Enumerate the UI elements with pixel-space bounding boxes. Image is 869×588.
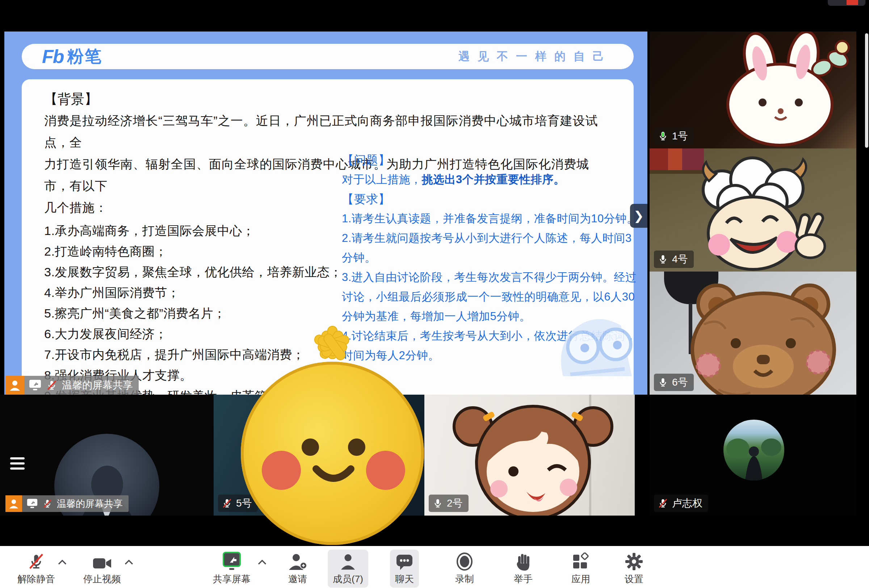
- participant-name: 卢志权: [672, 496, 703, 510]
- record-button[interactable]: 录制: [450, 549, 479, 588]
- list-icon: [10, 457, 25, 459]
- video-tile-p2[interactable]: 2号: [424, 395, 635, 515]
- settings-button[interactable]: 设置: [620, 549, 648, 588]
- mic-icon: [657, 377, 669, 388]
- invite-person-icon: [288, 553, 307, 571]
- list-icon: [10, 462, 25, 465]
- sun-face-features: [241, 362, 424, 545]
- requirement-line: 3.进入自由讨论阶段，考生每次发言不得少于两分钟。经过: [342, 268, 632, 287]
- lu-camera-photo: [724, 420, 784, 480]
- record-label: 录制: [455, 573, 474, 585]
- park-photo: [724, 420, 784, 480]
- participant-label: 卢志权: [654, 495, 708, 512]
- raise-hand-button[interactable]: 举手: [509, 549, 538, 588]
- sharer-tile-label: 温馨的屏幕共享: [6, 495, 129, 512]
- girl-avatar: [442, 396, 623, 515]
- participant-label: 4号: [654, 250, 694, 268]
- sharer-name-label: 温馨的屏幕共享: [57, 498, 123, 510]
- meeting-toolbar: 解除静音 停止视频: [0, 546, 869, 588]
- gear-icon: [625, 552, 643, 571]
- members-button[interactable]: 成员(7): [328, 549, 368, 588]
- members-icon: [339, 553, 357, 571]
- fenbi-logo-fb: Fb: [42, 46, 64, 67]
- invite-label: 邀请: [288, 573, 307, 585]
- fenbi-logo: Fb 粉笔: [42, 45, 102, 68]
- mic-muted-icon: [28, 552, 44, 571]
- fenbi-logo-text: 粉笔: [67, 45, 102, 68]
- chat-icon: [395, 553, 414, 571]
- mic-muted-icon: [42, 499, 52, 509]
- sun-face: [241, 362, 424, 545]
- chevron-up-icon: [124, 559, 133, 566]
- question-bold: 挑选出3个并按重要性排序。: [422, 173, 565, 186]
- participant-label: 6号: [654, 374, 694, 391]
- video-options-chevron[interactable]: [124, 559, 133, 567]
- screen-share-icon: [27, 498, 38, 509]
- share-screen-label: 共享屏幕: [213, 573, 251, 585]
- video-tile-p6[interactable]: 6号: [650, 271, 856, 395]
- participant-label: 1号: [654, 127, 694, 145]
- raise-hand-icon: [515, 552, 531, 571]
- screen-share-owner-overlay: 温馨的屏幕共享: [6, 376, 139, 395]
- meeting-window: Fb 粉笔 遇见不一样的自己 【背景】 消费是拉动经济增长“三驾马车”之一。近日…: [0, 0, 869, 588]
- chat-button[interactable]: 聊天: [390, 549, 419, 588]
- video-tile-p1[interactable]: 1号: [650, 31, 856, 148]
- chat-label: 聊天: [395, 573, 414, 585]
- requirement-line: 1.请考生认真读题，并准备发言提纲，准备时间为10分钟。: [342, 209, 632, 228]
- chevron-right-icon: ❯: [634, 209, 644, 223]
- apps-button[interactable]: 应用: [566, 549, 595, 588]
- mic-muted-icon: [657, 498, 669, 509]
- person-icon: [9, 379, 21, 391]
- participant-name: 6号: [672, 375, 688, 389]
- brand-slogan: 遇见不一样的自己: [458, 49, 612, 64]
- apps-label: 应用: [571, 573, 590, 585]
- rabbit-avatar: [693, 31, 856, 148]
- participant-name: 4号: [672, 252, 688, 266]
- unmute-button[interactable]: 解除静音: [12, 549, 60, 588]
- requirements-heading: 【要求】: [342, 190, 632, 209]
- participant-panel-scrollbar[interactable]: [865, 33, 868, 148]
- presenter-badge-icon: [6, 495, 22, 512]
- mic-muted-icon: [222, 498, 233, 509]
- video-tile-p4[interactable]: 4号: [650, 148, 856, 271]
- video-tile-sharer[interactable]: 温馨的屏幕共享: [0, 395, 214, 515]
- layout-list-button[interactable]: [10, 455, 29, 472]
- sharer-name-label: 温馨的屏幕共享: [62, 378, 133, 392]
- settings-label: 设置: [624, 573, 644, 585]
- share-screen-button[interactable]: 共享屏幕: [208, 549, 256, 588]
- share-screen-icon: [221, 552, 242, 571]
- next-page-button[interactable]: ❯: [630, 204, 647, 228]
- screen-share-icon: [28, 379, 42, 391]
- video-tile-lu[interactable]: 卢志权: [650, 395, 856, 515]
- raise-hand-label: 举手: [514, 573, 532, 585]
- requirement-line: 分钟。: [342, 248, 632, 268]
- chevron-up-icon: [58, 559, 67, 566]
- camera-icon: [92, 556, 112, 571]
- requirement-line: 2.请考生就问题按考号从小到大进行个人陈述，每人时间3: [342, 228, 632, 248]
- unmute-label: 解除静音: [17, 573, 55, 585]
- mic-icon: [432, 498, 443, 509]
- record-icon: [455, 552, 474, 571]
- question-heading: 【问题】: [342, 150, 632, 170]
- presenter-badge-icon: [6, 376, 24, 395]
- invite-button[interactable]: 邀请: [283, 549, 312, 588]
- participant-name: 1号: [672, 129, 688, 143]
- share-options-chevron[interactable]: [257, 559, 267, 567]
- mic-active-icon: [657, 131, 669, 142]
- fenbi-mascot-watermark: [549, 304, 639, 391]
- background-heading: 【背景】: [44, 89, 614, 110]
- question-prefix: 对于以上措施，: [342, 173, 422, 186]
- members-label: 成员(7): [333, 573, 363, 585]
- participant-name: 2号: [447, 496, 463, 510]
- chevron-up-icon: [257, 559, 267, 566]
- participant-label: 2号: [429, 495, 469, 512]
- mic-muted-icon: [46, 379, 58, 391]
- stop-video-button[interactable]: 停止视频: [78, 549, 126, 588]
- bear-avatar: [675, 274, 852, 395]
- question-text: 对于以上措施，挑选出3个并按重要性排序。: [342, 170, 632, 190]
- apps-icon: [572, 552, 590, 571]
- audio-options-chevron[interactable]: [58, 559, 67, 567]
- stop-video-label: 停止视频: [83, 573, 121, 585]
- mic-icon: [657, 254, 669, 265]
- corner-red-marker: [847, 0, 858, 5]
